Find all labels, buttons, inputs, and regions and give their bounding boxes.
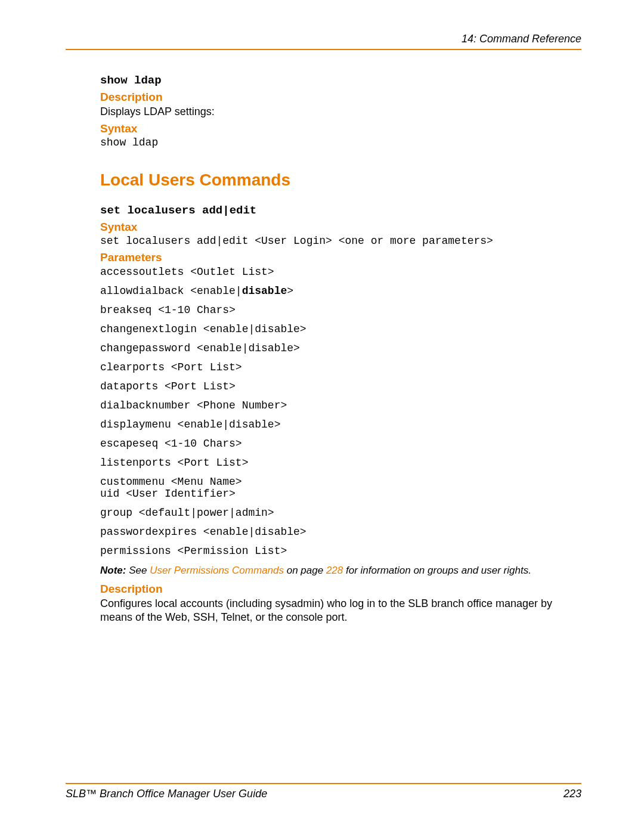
command-name: show ldap bbox=[100, 74, 581, 87]
param-line: clearports <Port List> bbox=[100, 362, 581, 373]
note-page-link[interactable]: 228 bbox=[326, 565, 343, 576]
syntax-text: show ldap bbox=[100, 137, 581, 149]
param-line: dialbacknumber <Phone Number> bbox=[100, 400, 581, 411]
description-text: Displays LDAP settings: bbox=[100, 105, 581, 119]
chapter-label: 14: Command Reference bbox=[462, 33, 581, 45]
param-line: custommenu <Menu Name> bbox=[100, 476, 581, 487]
section-title: Local Users Commands bbox=[100, 171, 581, 190]
param-line: uid <User Identifier> bbox=[100, 488, 581, 499]
parameters-block: accessoutlets <Outlet List> allowdialbac… bbox=[100, 267, 581, 556]
param-line: dataports <Port List> bbox=[100, 381, 581, 392]
page: 14: Command Reference show ldap Descript… bbox=[0, 0, 644, 833]
note-label: Note: bbox=[100, 565, 126, 576]
page-footer: SLB™ Branch Office Manager User Guide 22… bbox=[66, 783, 581, 800]
param-line: passwordexpires <enable|disable> bbox=[100, 527, 581, 537]
param-line: changepassword <enable|disable> bbox=[100, 343, 581, 354]
param-line: accessoutlets <Outlet List> bbox=[100, 267, 581, 277]
param-line: allowdialback <enable|disable> bbox=[100, 286, 581, 296]
footer-page: 223 bbox=[564, 788, 581, 800]
syntax-heading: Syntax bbox=[100, 221, 581, 234]
param-line: breakseq <1-10 Chars> bbox=[100, 305, 581, 315]
description-text: Configures local accounts (including sys… bbox=[100, 597, 581, 625]
parameters-heading: Parameters bbox=[100, 251, 581, 264]
syntax-heading: Syntax bbox=[100, 122, 581, 135]
param-line: changenextlogin <enable|disable> bbox=[100, 324, 581, 335]
param-line: displaymenu <enable|disable> bbox=[100, 419, 581, 430]
param-line: listenports <Port List> bbox=[100, 457, 581, 468]
note-link[interactable]: User Permissions Commands bbox=[150, 565, 284, 576]
footer-title: SLB™ Branch Office Manager User Guide bbox=[66, 788, 267, 800]
param-line: permissions <Permission List> bbox=[100, 546, 581, 556]
note: Note: See User Permissions Commands on p… bbox=[100, 565, 581, 577]
description-heading: Description bbox=[100, 91, 581, 104]
syntax-text: set localusers add|edit <User Login> <on… bbox=[100, 235, 581, 247]
page-header: 14: Command Reference bbox=[66, 33, 581, 50]
param-line: escapeseq <1-10 Chars> bbox=[100, 438, 581, 449]
description-heading: Description bbox=[100, 583, 581, 596]
command-name: set localusers add|edit bbox=[100, 204, 581, 217]
content: show ldap Description Displays LDAP sett… bbox=[66, 74, 581, 625]
param-line: group <default|power|admin> bbox=[100, 507, 581, 518]
